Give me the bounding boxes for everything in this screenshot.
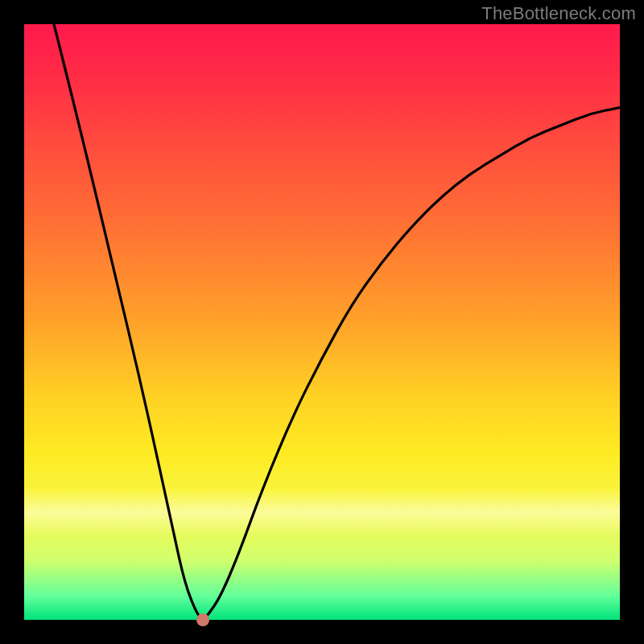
chart-frame: TheBottleneck.com (0, 0, 644, 644)
curve-svg (24, 24, 620, 620)
bottleneck-curve-path (54, 24, 620, 618)
minimum-marker (196, 613, 209, 626)
watermark-text: TheBottleneck.com (481, 3, 636, 24)
plot-area (24, 24, 620, 620)
